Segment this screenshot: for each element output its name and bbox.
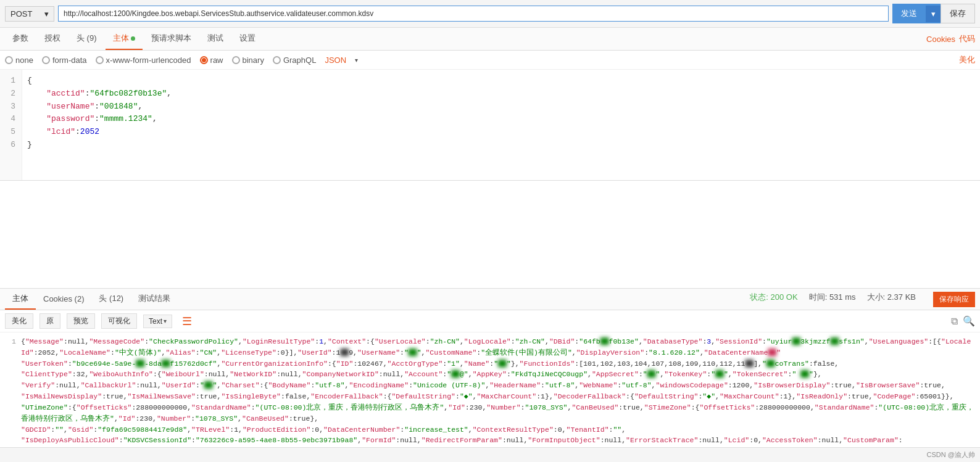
text-dropdown-label: Text [149, 317, 162, 326]
resp-line-7: "GDCID":"","Gsid":"f9fa69c59884417e9d8",… [5, 424, 975, 435]
radio-binary [232, 56, 240, 64]
resp-line-2: "UserToken":"b9ce694e-5a9e-██-8da██f1576… [5, 358, 975, 369]
resp-line-3: "ClientType":32,"WeiboAuthInfo":{"WeiboU… [5, 369, 975, 380]
option-none[interactable]: none [5, 56, 33, 65]
text-dropdown[interactable]: Text ▾ [143, 315, 172, 328]
method-label: POST [10, 9, 32, 19]
radio-urlencoded [96, 56, 104, 64]
body-options: none form-data x-www-form-urlencoded raw… [0, 51, 980, 70]
text-dropdown-icon: ▾ [164, 318, 167, 324]
option-raw[interactable]: raw [200, 56, 223, 65]
response-time: 时间: 531 ms [809, 292, 856, 307]
resp-line-6: "UTimeZone":{"OffsetTicks":288000000000,… [5, 402, 975, 424]
tab-params[interactable]: 参数 [5, 28, 36, 50]
code-editor[interactable]: 123456 { "acctid":"64fbc082f0b13e", "use… [0, 70, 980, 181]
response-status: 状态: 200 OK 时间: 531 ms 大小: 2.37 KB 保存响应 [750, 292, 975, 307]
code-content[interactable]: { "acctid":"64fbc082f0b13e", "userName":… [22, 70, 980, 180]
json-dropdown-icon[interactable]: ▾ [355, 57, 358, 64]
tab-settings[interactable]: 设置 [232, 28, 263, 50]
resp-visualize-btn[interactable]: 可视化 [101, 313, 137, 329]
resp-tab-body[interactable]: 主体 [5, 289, 36, 310]
resp-icons: ⧉ 🔍 [951, 315, 975, 327]
send-label: 发送 [892, 4, 926, 23]
save-response-button[interactable]: 保存响应 [933, 292, 975, 307]
resp-tab-headers[interactable]: 头 (12) [91, 289, 131, 310]
status-ok: 状态: 200 OK [750, 292, 797, 307]
radio-form-data [42, 56, 50, 64]
resp-line-4: "Verify":null,"CallbackUrl":null,"UserId… [5, 380, 975, 391]
response-size: 大小: 2.37 KB [867, 292, 916, 307]
beautify-btn[interactable]: 美化 [959, 54, 975, 65]
label-graphql: GraphQL [283, 56, 316, 65]
method-select[interactable]: POST ▾ [5, 6, 54, 22]
tab-headers[interactable]: 头 (9) [69, 28, 104, 50]
option-graphql[interactable]: GraphQL [273, 56, 316, 65]
search-icon[interactable]: 🔍 [963, 315, 975, 327]
resp-line-8: "IsDeployAsPublicCloud":"KDSVCSessionId"… [5, 435, 975, 446]
response-tabs-bar: 主体 Cookies (2) 头 (12) 测试结果 状态: 200 OK 时间… [0, 288, 980, 310]
editor-spacer [0, 181, 980, 288]
tab-body[interactable]: 主体 [106, 28, 143, 50]
radio-raw [200, 56, 208, 64]
url-bar: POST ▾ 发送 ▾ 保存 [0, 0, 980, 28]
resp-line-5: "IsMailNewsDisplay":true,"IsMailNewsSave… [5, 391, 975, 402]
resp-beautify-btn[interactable]: 美化 [5, 313, 33, 329]
option-binary[interactable]: binary [232, 56, 264, 65]
label-binary: binary [243, 56, 264, 65]
label-none: none [15, 56, 33, 65]
tab-prerequest[interactable]: 预请求脚本 [144, 28, 199, 50]
format-icon[interactable]: ☰ [182, 315, 192, 328]
resp-tab-test-results[interactable]: 测试结果 [131, 289, 178, 310]
radio-none [5, 56, 13, 64]
label-form-data: form-data [52, 56, 87, 65]
resp-line-1: 1 {"Message":null,"MessageCode":"CheckPa… [5, 336, 975, 358]
tab-auth[interactable]: 授权 [37, 28, 68, 50]
send-button[interactable]: 发送 ▾ [892, 4, 941, 23]
label-urlencoded: x-www-form-urlencoded [106, 56, 191, 65]
body-active-dot [131, 36, 135, 41]
radio-graphql [273, 56, 281, 64]
line-numbers: 123456 [0, 70, 22, 180]
json-label[interactable]: JSON [325, 56, 346, 65]
bottom-bar: CSDN @渝人帅 [0, 447, 980, 462]
tab-tests[interactable]: 测试 [200, 28, 231, 50]
resp-preview-btn[interactable]: 预览 [67, 313, 95, 329]
tab-body-label: 主体 [113, 33, 129, 43]
copy-icon[interactable]: ⧉ [951, 315, 958, 327]
url-input[interactable] [58, 6, 889, 22]
method-dropdown-icon: ▾ [44, 9, 49, 19]
resp-content[interactable]: 1 {"Message":null,"MessageCode":"CheckPa… [0, 332, 980, 447]
resp-raw-btn[interactable]: 原 [39, 313, 60, 329]
request-tabs: 参数 授权 头 (9) 主体 预请求脚本 测试 设置 Cookies 代码 [0, 28, 980, 51]
label-raw: raw [210, 56, 223, 65]
send-dropdown-icon[interactable]: ▾ [926, 6, 941, 22]
option-form-data[interactable]: form-data [42, 56, 87, 65]
cookies-link[interactable]: Cookies [926, 35, 955, 44]
resp-body-options: 美化 原 预览 可视化 Text ▾ ☰ ⧉ 🔍 [0, 310, 980, 332]
option-urlencoded[interactable]: x-www-form-urlencoded [96, 56, 191, 65]
resp-tab-cookies[interactable]: Cookies (2) [36, 290, 91, 309]
save-button[interactable]: 保存 [941, 4, 975, 23]
dai-link[interactable]: 代码 [959, 33, 975, 44]
